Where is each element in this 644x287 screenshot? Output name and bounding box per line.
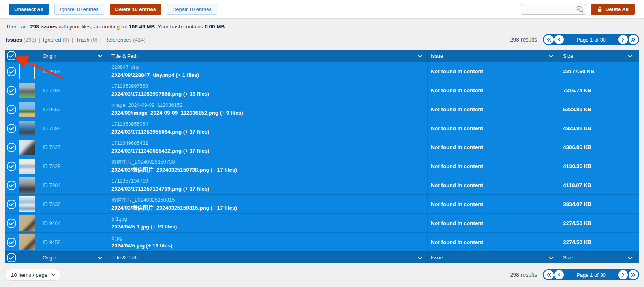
size-text: 22177.60 KB [563,68,595,74]
unselect-all-button[interactable]: Unselect All [9,4,49,15]
items-per-page-select[interactable]: 10 items / page [5,269,61,281]
thumbnail-image[interactable] [19,196,35,212]
prev-page-button[interactable] [554,270,564,279]
issue-text: Not found in content [431,163,483,169]
tab-references[interactable]: References (414) [104,37,145,43]
thumbnail-image[interactable] [19,234,35,250]
ignore-entries-button[interactable]: Ignore 10 entries [54,4,104,15]
database-search-icon [576,6,584,13]
summary-text: There are 298 issues with your files, ac… [6,24,639,30]
row-checkbox[interactable] [7,162,16,171]
thumbnail-image[interactable] [19,140,35,155]
prev-page-button[interactable] [554,35,564,44]
sort-origin-icon[interactable] [98,254,103,261]
repair-entries-button[interactable]: Repair 10 entries [167,4,217,15]
filter-tabs: Issues (298) | Ignored (0) | Trash (0) |… [6,37,146,43]
media-id-link[interactable]: ID 7827 [43,144,61,150]
thumbnail-image[interactable] [19,177,35,193]
size-text: 5238.80 KB [563,106,591,112]
thumbnail-image[interactable] [19,64,35,79]
media-id-link[interactable]: ID 9464 [43,220,61,226]
media-title-link[interactable]: 5.jpg [111,234,172,242]
first-page-button[interactable] [544,270,554,279]
row-checkbox[interactable] [7,181,16,190]
tabs-row: Issues (298) | Ignored (0) | Trash (0) |… [5,34,639,45]
issue-text: Not found in content [431,125,483,131]
tab-ignored[interactable]: Ignored (0) [43,37,69,43]
thumbnail-image[interactable] [19,159,35,174]
media-title-link[interactable]: 1711353955064 [111,121,209,128]
row-checkbox[interactable] [7,124,16,133]
row-checkbox[interactable] [7,105,16,114]
media-title-link[interactable]: 1711357134719 [111,177,209,185]
sort-size-icon[interactable] [627,52,633,59]
results-count: 298 results [510,272,537,278]
table-body: ID 9654 228847_tiny 2024/09/228847_tiny.… [5,62,639,251]
size-text: 7316.74 KB [563,87,591,93]
first-page-button[interactable] [544,35,554,44]
pager-pill: Page 1 of 30 [543,269,639,280]
table-footer-row: Origin Title & Path Issue Size [5,251,639,263]
double-chevron-left-icon [546,273,551,277]
thumbnail-image[interactable] [19,102,35,117]
media-id-link[interactable]: ID 9458 [43,239,61,245]
media-id-link[interactable]: ID 7893 [43,87,61,93]
media-id-link[interactable]: ID 7830 [43,201,61,207]
last-page-button[interactable] [629,270,638,279]
row-checkbox[interactable] [7,143,16,152]
table-row: ID 9464 5-1.jpg 2024/04/5-1.jpg (+ 19 fi… [5,213,639,232]
media-title-link[interactable]: 1711349685432 [111,140,209,147]
media-title-link[interactable]: 228847_tiny [111,64,199,71]
last-page-button[interactable] [629,35,638,44]
media-path: 2024/03/微信图片_20240325150815.png (+ 17 fi… [111,204,237,212]
issue-text: Not found in content [431,87,483,93]
issue-text: Not found in content [431,239,483,245]
delete-all-button[interactable]: Delete All [591,4,635,15]
media-id-link[interactable]: ID 9654 [43,68,61,74]
next-page-button[interactable] [618,270,628,279]
select-all-checkbox[interactable] [7,51,16,60]
row-checkbox[interactable] [7,238,16,247]
footer-thumb-spacer [18,252,37,263]
double-chevron-right-icon [631,38,636,42]
table-row: ID 7829 微信图片_20240325150738 2024/03/微信图片… [5,157,639,176]
row-checkbox[interactable] [7,219,16,228]
sort-title-icon[interactable] [417,52,422,59]
size-text: 4110.07 KB [563,182,591,188]
media-title-link[interactable]: 微信图片_20240325150815 [111,196,237,204]
thumbnail-image[interactable] [19,83,35,98]
sort-issue-icon[interactable] [548,254,554,261]
tab-trash[interactable]: Trash (0) [76,37,97,43]
row-checkbox[interactable] [7,67,16,76]
media-title-link[interactable]: image_2024-09-09_112036152 [111,102,243,109]
size-text: 2274.50 KB [563,239,591,245]
media-id-link[interactable]: ID 7829 [43,163,61,169]
sort-size-icon[interactable] [627,254,633,261]
media-id-link[interactable]: ID 7892 [43,125,61,131]
row-checkbox[interactable] [7,86,16,95]
media-title-link[interactable]: 微信图片_20240325150738 [111,159,237,166]
thumbnail-image[interactable] [19,215,35,231]
tab-issues[interactable]: Issues (298) [6,37,36,43]
media-title-link[interactable]: 1711353997568 [111,83,209,90]
issue-text: Not found in content [431,220,483,226]
media-path: 2024/09/228847_tiny.mp4 (+ 1 files) [111,71,199,79]
sort-issue-icon[interactable] [548,52,554,59]
media-path: 2024/03/1711357134719.png (+ 17 files) [111,185,209,193]
media-id-link[interactable]: ID 7984 [43,182,61,188]
issue-text: Not found in content [431,106,483,112]
size-text: 3934.07 KB [563,201,591,207]
thumbnail-image[interactable] [19,121,35,136]
row-checkbox[interactable] [7,200,16,209]
tab-separator: | [72,37,73,43]
media-title-link[interactable]: 5-1.jpg [111,215,177,223]
sort-origin-icon[interactable] [98,52,103,59]
media-id-link[interactable]: ID 9652 [43,106,61,112]
media-path: 2024/04/5.jpg (+ 19 files) [111,242,172,250]
delete-entries-button[interactable]: Delete 10 entries [110,4,161,15]
select-all-checkbox-footer[interactable] [7,253,16,262]
results-count: 298 results [510,36,537,43]
sort-title-icon[interactable] [417,254,422,261]
size-text: 4130.35 KB [563,163,591,169]
next-page-button[interactable] [618,35,628,44]
